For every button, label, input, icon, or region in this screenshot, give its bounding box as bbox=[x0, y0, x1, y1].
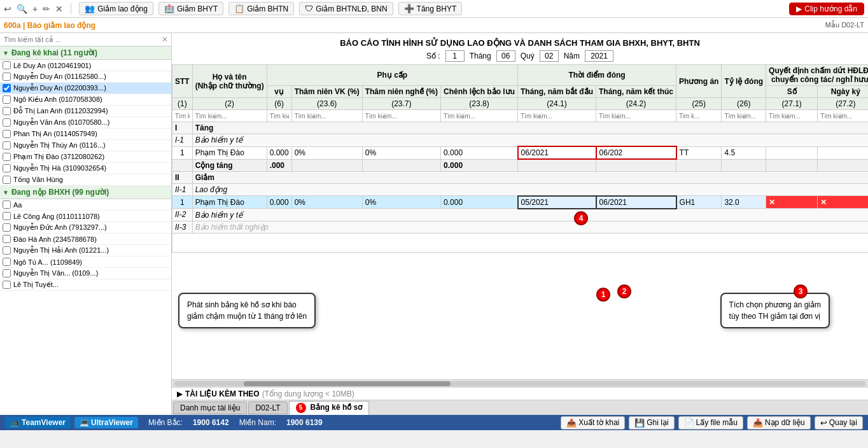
item-checkbox[interactable] bbox=[3, 223, 11, 232]
item-checkbox[interactable] bbox=[3, 107, 11, 115]
item-checkbox[interactable] bbox=[3, 73, 11, 81]
teamviewer-btn[interactable]: 📺 TeamViewer bbox=[5, 417, 71, 428]
nap-du-lieu-btn[interactable]: 📥 Nạp dữ liệu bbox=[747, 416, 811, 430]
search-ten[interactable] bbox=[195, 113, 264, 120]
item-checkbox[interactable] bbox=[3, 258, 11, 266]
item-checkbox[interactable] bbox=[3, 269, 11, 277]
search-ketthuc[interactable] bbox=[599, 113, 673, 120]
list-item[interactable]: Phạm Thị Đào (3712080262) bbox=[0, 151, 171, 163]
item-checkbox[interactable] bbox=[3, 95, 11, 104]
group1-header[interactable]: ▼ Đang kê khai (11 người) bbox=[0, 46, 171, 60]
item-checkbox[interactable] bbox=[3, 61, 11, 69]
mau-label: Mẫu D02-LT bbox=[825, 21, 864, 29]
list-item[interactable]: Nguyễn Đức Anh (7913297...) bbox=[0, 222, 171, 234]
thang-input[interactable] bbox=[496, 50, 515, 62]
nam-input[interactable] bbox=[585, 50, 613, 62]
list-item[interactable]: Ngô Kiều Anh (0107058308) bbox=[0, 94, 171, 106]
item-checkbox[interactable] bbox=[3, 200, 11, 209]
list-item[interactable]: Lê Công Áng (0110111078) bbox=[0, 211, 171, 222]
item-checkbox[interactable] bbox=[3, 235, 11, 243]
badge-3: 3 bbox=[794, 284, 808, 298]
search-pa[interactable] bbox=[679, 113, 718, 120]
item-checkbox[interactable] bbox=[3, 130, 11, 138]
table-row[interactable] bbox=[172, 233, 869, 252]
clip-btn[interactable]: ▶ Clip hướng dẫn bbox=[789, 3, 864, 15]
item-checkbox[interactable] bbox=[3, 164, 11, 172]
lay-file-mau-btn[interactable]: 📄 Lấy file mẫu bbox=[678, 416, 743, 430]
add-icon[interactable]: + bbox=[32, 4, 38, 14]
list-item[interactable]: Nguyễn Duy An (02200393...) bbox=[0, 83, 171, 94]
tang-bhyt-btn[interactable]: ➕ Tăng BHYT bbox=[398, 2, 463, 15]
table-row[interactable]: 1 Phạm Thị Đào 0.000 0% 0% 0.000 06/2021… bbox=[172, 146, 869, 159]
tab-danh-muc[interactable]: Danh mục tài liệu bbox=[173, 402, 247, 414]
giam-lao-dong-btn[interactable]: 👥 Giảm lao động bbox=[79, 2, 153, 15]
close-icon[interactable]: ✕ bbox=[55, 4, 63, 14]
item-checkbox[interactable] bbox=[3, 281, 11, 289]
group1-label: Đang kê khai (11 người) bbox=[11, 48, 97, 57]
xuat-to-khai-btn[interactable]: 📤 Xuất tờ khai bbox=[561, 416, 625, 430]
quay-lai-btn[interactable]: ↩ Quay lại bbox=[815, 416, 863, 430]
list-item[interactable]: Ngô Tú A... (1109849) bbox=[0, 256, 171, 268]
search-ngayky[interactable] bbox=[820, 113, 868, 120]
list-item[interactable]: Nguyễn Thị Hà (3109032654) bbox=[0, 163, 171, 174]
tab-bang-ke[interactable]: 5 Bảng kê hồ sơ bbox=[289, 401, 370, 415]
list-item[interactable]: Lê Thị Tuyết... bbox=[0, 279, 171, 291]
cell-ketthuc-tang[interactable]: 06/202 bbox=[596, 146, 676, 159]
list-item[interactable]: Nguyễn Thị Hải Anh (01221...) bbox=[0, 245, 171, 256]
list-item[interactable]: Nguyễn Văn Ans (01070580...) bbox=[0, 117, 171, 129]
item-name: Ngô Kiều Anh (0107058308) bbox=[13, 95, 102, 104]
search-stt[interactable] bbox=[175, 113, 190, 120]
list-item[interactable]: Aa bbox=[0, 199, 171, 211]
search-tyle[interactable] bbox=[724, 113, 763, 120]
search-icon[interactable]: 🔍 bbox=[17, 4, 27, 14]
list-item[interactable]: Lê Duy An (0120461901) bbox=[0, 60, 171, 71]
giam-bhtnld-btn[interactable]: 🛡 Giảm BHTNLĐ, BNN bbox=[299, 2, 393, 15]
callout-left: Phát sinh bảng kê hồ sơ khi báo giảm chậ… bbox=[178, 293, 316, 328]
item-checkbox[interactable] bbox=[3, 176, 11, 184]
cell-ketthuc-giam[interactable]: 06/2021 bbox=[596, 196, 676, 209]
giam-bhtn-btn[interactable]: 📋 Giảm BHTN bbox=[228, 2, 294, 15]
group2-header[interactable]: ▼ Đang nộp BHXH (99 người) bbox=[0, 186, 171, 199]
search-vu[interactable] bbox=[270, 113, 289, 120]
search-chenh[interactable] bbox=[444, 113, 515, 120]
scroll-track bbox=[174, 381, 865, 386]
list-item[interactable]: Đỗ Thị Lan Anh (0112032994) bbox=[0, 106, 171, 117]
list-item[interactable]: Nguyễn Duy An (01162580...) bbox=[0, 71, 171, 83]
back-icon[interactable]: ↩ bbox=[4, 4, 11, 14]
item-checkbox[interactable] bbox=[3, 246, 11, 255]
ghi-lai-btn[interactable]: 💾 Ghi lại bbox=[629, 416, 674, 430]
cell-batdau-giam[interactable]: 05/2021 bbox=[518, 196, 596, 209]
item-checkbox[interactable] bbox=[3, 212, 11, 220]
ultraviewer-btn[interactable]: 💻 UltraViewer bbox=[74, 417, 138, 428]
lay-file-mau-icon: 📄 bbox=[684, 418, 694, 428]
giam-bhyt-btn[interactable]: 🏥 Giảm BHYT bbox=[158, 2, 223, 15]
item-checkbox[interactable] bbox=[3, 153, 11, 161]
search-batdau[interactable] bbox=[521, 113, 593, 120]
search-close-icon[interactable]: ✕ bbox=[160, 35, 170, 44]
list-item[interactable]: Tống Văn Hùng bbox=[0, 174, 171, 186]
search-so[interactable] bbox=[769, 113, 815, 120]
list-item[interactable]: Phan Thị An (0114057949) bbox=[0, 129, 171, 140]
attachment-arrow-icon[interactable]: ▶ bbox=[177, 389, 183, 398]
cell-so-giam[interactable]: ✕ bbox=[766, 196, 818, 209]
item-checkbox[interactable] bbox=[3, 141, 11, 150]
table-row[interactable]: 1 Phạm Thị Đào 0.000 0% 0% 0.000 05/2021… bbox=[172, 196, 869, 209]
search-input[interactable] bbox=[1, 34, 160, 45]
cell-ngayky-giam[interactable]: ✕ bbox=[818, 196, 868, 209]
list-item[interactable]: Đào Hà Anh (2345788678) bbox=[0, 234, 171, 245]
list-item[interactable]: Nguyễn Thị Thúy An (0116...) bbox=[0, 140, 171, 151]
item-checkbox[interactable] bbox=[3, 84, 11, 92]
list-item[interactable]: Nguyễn Thị Vân... (0109...) bbox=[0, 268, 171, 279]
so-input[interactable] bbox=[445, 50, 465, 62]
col-hotenten: Họ và tên(Nhập chữ thường) bbox=[192, 65, 267, 98]
item-name: Lê Công Áng (0110111078) bbox=[13, 213, 100, 220]
search-nghe[interactable] bbox=[365, 113, 438, 120]
cell-batdau-tang[interactable]: 06/2021 bbox=[518, 146, 596, 159]
item-checkbox[interactable] bbox=[3, 118, 11, 127]
edit-icon[interactable]: ✏ bbox=[43, 4, 50, 14]
search-vk[interactable] bbox=[295, 113, 360, 120]
tab-d02-lt[interactable]: D02-LT bbox=[248, 402, 287, 414]
quy-input[interactable] bbox=[540, 50, 559, 62]
horizontal-scrollbar[interactable] bbox=[172, 379, 868, 387]
col-tyldong: Tỷ lệ đóng bbox=[722, 65, 766, 98]
